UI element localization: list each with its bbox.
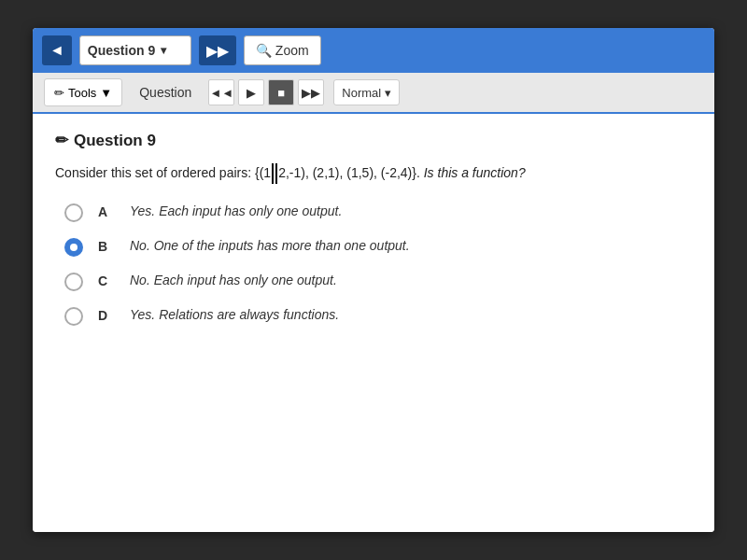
- play-icon: ▶: [247, 86, 256, 100]
- option-d-text: Yes. Relations are always functions.: [130, 306, 339, 325]
- back-icon: ◄: [49, 42, 64, 59]
- back-button[interactable]: ◄: [42, 35, 72, 65]
- option-d: D Yes. Relations are always functions.: [64, 306, 692, 328]
- option-b-text: No. One of the inputs has more than one …: [130, 237, 410, 256]
- stop-button[interactable]: ■: [268, 79, 294, 105]
- option-b-letter: B: [98, 239, 117, 254]
- radio-circle-b[interactable]: [64, 238, 83, 257]
- chevron-down-icon: ▾: [161, 44, 166, 57]
- toolbar: ✏ Tools ▼ Question ◄◄ ▶ ■ ▶▶ Normal ▾: [33, 73, 714, 114]
- rewind-icon: ◄◄: [209, 86, 233, 100]
- option-b: B No. One of the inputs has more than on…: [64, 237, 692, 259]
- top-bar: ◄ Question 9 ▾ ▶▶ 🔍 Zoom: [33, 28, 714, 73]
- normal-dropdown-icon: ▾: [385, 86, 391, 100]
- radio-b[interactable]: [64, 238, 85, 259]
- radio-c[interactable]: [64, 273, 85, 293]
- normal-selector[interactable]: Normal ▾: [333, 79, 400, 105]
- rewind-button[interactable]: ◄◄: [208, 79, 234, 105]
- tools-label: Tools: [68, 86, 96, 100]
- radio-circle-d[interactable]: [64, 307, 83, 326]
- question-toolbar-label: Question: [132, 85, 199, 100]
- tools-dropdown-icon: ▼: [100, 86, 112, 100]
- pencil-icon: ✏: [55, 131, 68, 150]
- option-c-letter: C: [98, 273, 117, 288]
- question-selector-label: Question 9: [88, 43, 155, 58]
- stop-icon: ■: [277, 86, 285, 100]
- radio-circle-a[interactable]: [64, 203, 83, 222]
- radio-d[interactable]: [64, 307, 85, 328]
- app-screen: ◄ Question 9 ▾ ▶▶ 🔍 Zoom ✏ Tools ▼ Quest…: [33, 28, 714, 532]
- fastforward-icon: ▶▶: [302, 86, 320, 100]
- pencil-tools-icon: ✏: [54, 86, 64, 100]
- radio-circle-c[interactable]: [64, 273, 83, 291]
- option-a-text: Yes. Each input has only one output.: [130, 203, 342, 221]
- cursor-i-beam: [272, 163, 277, 184]
- question-title-text: Question 9: [74, 132, 156, 150]
- zoom-label: Zoom: [275, 43, 309, 58]
- question-content: ✏ Question 9 Consider this set of ordere…: [33, 114, 714, 532]
- zoom-button[interactable]: 🔍 Zoom: [244, 35, 321, 65]
- fast-forward-icon: ▶▶: [206, 42, 229, 60]
- radio-a[interactable]: [64, 203, 85, 224]
- option-c: C No. Each input has only one output.: [64, 272, 692, 293]
- tools-button[interactable]: ✏ Tools ▼: [44, 78, 122, 106]
- option-a-letter: A: [98, 204, 117, 219]
- normal-label: Normal: [342, 86, 381, 100]
- fast-forward-button[interactable]: ▶▶: [199, 35, 236, 65]
- question-text: Consider this set of ordered pairs: {(12…: [55, 163, 692, 184]
- question-title: ✏ Question 9: [55, 131, 692, 150]
- fastforward-button[interactable]: ▶▶: [298, 79, 324, 105]
- playback-controls: ◄◄ ▶ ■ ▶▶: [208, 79, 324, 105]
- question-selector[interactable]: Question 9 ▾: [79, 35, 191, 65]
- play-button[interactable]: ▶: [238, 79, 264, 105]
- options-list: A Yes. Each input has only one output. B…: [55, 203, 692, 328]
- option-c-text: No. Each input has only one output.: [130, 272, 337, 290]
- zoom-search-icon: 🔍: [256, 43, 272, 58]
- option-d-letter: D: [98, 308, 117, 323]
- option-a: A Yes. Each input has only one output.: [64, 203, 692, 224]
